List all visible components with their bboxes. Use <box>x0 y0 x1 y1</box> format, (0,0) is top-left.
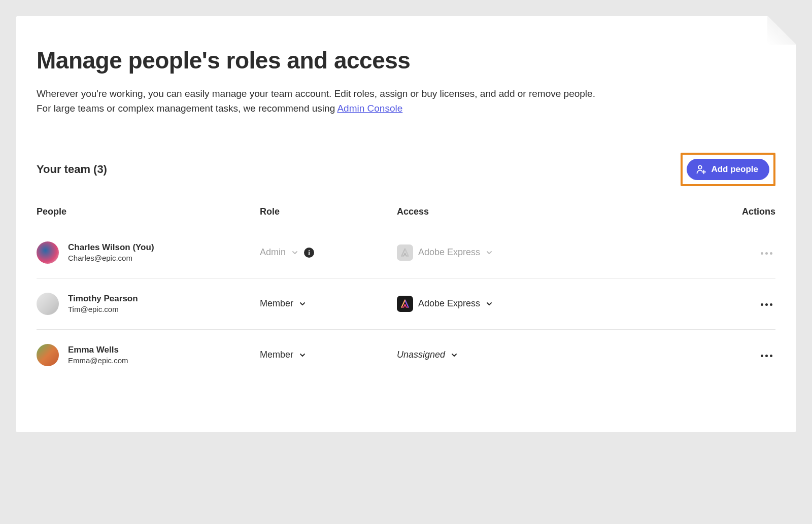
person-info: Charles Wilson (You)Charles@epic.com <box>68 242 154 262</box>
page-title: Manage people's roles and access <box>37 47 775 74</box>
role-value: Admin <box>260 247 286 258</box>
chevron-down-icon <box>291 249 299 257</box>
access-value: Adobe Express <box>418 247 480 258</box>
chevron-down-icon <box>485 249 493 257</box>
adobe-express-icon <box>397 296 413 312</box>
more-actions-button[interactable] <box>758 352 775 360</box>
role-select[interactable]: Member <box>260 298 397 309</box>
chevron-down-icon <box>485 300 493 308</box>
add-person-icon <box>696 164 706 174</box>
table-body: Charles Wilson (You)Charles@epic.comAdmi… <box>37 227 775 380</box>
column-header-actions: Actions <box>725 206 775 217</box>
avatar <box>37 241 59 264</box>
person-email: Charles@epic.com <box>68 254 154 262</box>
svg-point-0 <box>698 165 702 169</box>
column-header-access: Access <box>397 206 725 217</box>
actions-cell <box>725 350 775 360</box>
table-row: Emma WellsEmma@epic.comMemberUnassigned <box>37 330 775 380</box>
subtitle-line-1: Wherever you're working, you can easily … <box>37 88 595 99</box>
person-info: Timothy PearsonTim@epic.com <box>68 294 138 313</box>
adobe-express-icon <box>397 244 413 261</box>
add-people-button[interactable]: Add people <box>687 159 769 180</box>
avatar <box>37 293 59 315</box>
column-header-people: People <box>37 206 260 217</box>
role-select: Admini <box>260 247 397 258</box>
role-select[interactable]: Member <box>260 350 397 360</box>
role-value: Member <box>260 350 293 360</box>
table-header: People Role Access Actions <box>37 204 775 227</box>
people-cell: Emma WellsEmma@epic.com <box>37 344 260 366</box>
actions-cell <box>725 299 775 309</box>
column-header-role: Role <box>260 206 397 217</box>
page-subtitle: Wherever you're working, you can easily … <box>37 86 646 116</box>
subtitle-line-2: For large teams or complex management ta… <box>37 103 337 114</box>
access-select[interactable]: Unassigned <box>397 350 725 360</box>
chevron-down-icon <box>298 300 307 308</box>
access-value: Unassigned <box>397 350 445 360</box>
access-value: Adobe Express <box>418 298 480 309</box>
team-title: Your team (3) <box>37 163 107 176</box>
page-curl-decoration <box>767 16 796 45</box>
more-actions-button[interactable] <box>758 249 775 258</box>
page-card: Manage people's roles and access Whereve… <box>16 16 796 432</box>
access-select[interactable]: Adobe Express <box>397 296 725 312</box>
avatar <box>37 344 59 366</box>
role-value: Member <box>260 298 293 309</box>
person-name: Charles Wilson (You) <box>68 242 154 253</box>
add-people-highlight: Add people <box>681 153 775 186</box>
person-email: Tim@epic.com <box>68 305 138 313</box>
person-info: Emma WellsEmma@epic.com <box>68 345 128 365</box>
people-cell: Timothy PearsonTim@epic.com <box>37 293 260 315</box>
person-name: Emma Wells <box>68 345 128 355</box>
person-email: Emma@epic.com <box>68 356 128 365</box>
info-icon[interactable]: i <box>304 248 314 258</box>
admin-console-link[interactable]: Admin Console <box>337 103 402 114</box>
person-name: Timothy Pearson <box>68 294 138 304</box>
add-people-label: Add people <box>711 164 758 174</box>
more-actions-button[interactable] <box>758 300 775 309</box>
chevron-down-icon <box>298 351 307 359</box>
chevron-down-icon <box>450 351 458 359</box>
table-row: Charles Wilson (You)Charles@epic.comAdmi… <box>37 227 775 278</box>
access-select: Adobe Express <box>397 244 725 261</box>
team-header: Your team (3) Add people <box>37 153 775 186</box>
people-cell: Charles Wilson (You)Charles@epic.com <box>37 241 260 264</box>
table-row: Timothy PearsonTim@epic.comMemberAdobe E… <box>37 278 775 330</box>
actions-cell <box>725 248 775 258</box>
